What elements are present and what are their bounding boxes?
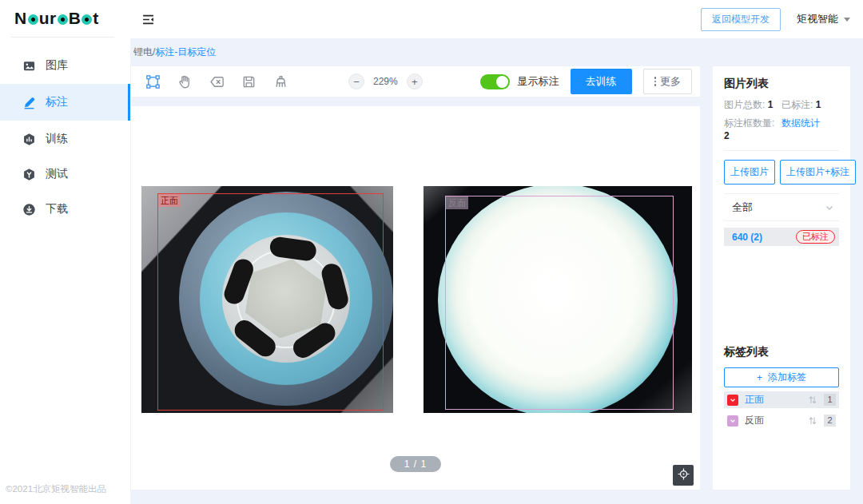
gear-icon [28,14,38,25]
sidebar-item-label: 测试 [46,167,68,181]
label-list-title: 标签列表 [724,345,839,359]
label-count: 2 [824,415,836,427]
zoom-level: 229% [373,76,398,87]
breadcrumb-project: 锂电 [133,46,153,58]
bounding-box-tool-icon[interactable] [145,73,161,90]
main-area: 返回模型开发 矩视智能 锂电/标注-目标定位 [130,0,863,504]
zoom-controls: − 229% + [348,73,423,89]
more-button-label: 更多 [660,74,681,89]
stat-total: 图片总数: 1 [724,98,781,112]
sort-arrows-icon[interactable] [808,415,817,426]
content: 锂电/标注-目标定位 [130,38,863,504]
stat-boxes: 标注框数量: 2 [724,117,781,141]
sidebar-item-label: 图库 [46,58,68,73]
save-icon[interactable] [241,73,257,90]
upload-images-button[interactable]: 上传图片 [724,160,775,185]
annotation-label-front: 正面 [158,194,181,207]
chevron-down-icon [844,18,850,22]
image-battery-front: 正面 [141,186,393,413]
zoom-out-button[interactable]: − [348,73,364,89]
logo-wrap: NurBt [11,0,114,38]
download-icon [22,203,36,216]
label-item-back[interactable]: 反面 2 [724,412,839,429]
stat-labeled: 已标注: 1 [781,98,839,112]
logo-text-b: B [69,9,82,28]
zoom-in-button[interactable]: + [407,73,423,89]
delete-annotation-icon[interactable] [209,73,225,90]
sidebar-item-gallery[interactable]: 图库 [0,49,130,82]
more-dots-icon [654,77,657,86]
upload-images-with-annotations-button[interactable]: 上传图片+标注 [780,160,856,185]
sidebar: NurBt 图库 标注 训练 [0,0,130,504]
plus-icon: + [757,372,762,383]
image-list-panel: 图片列表 图片总数: 1 已标注: 1 标注框数量: 2 数据统计 上传图片 上… [713,66,850,490]
logo-text-ur: ur [39,9,57,28]
topbar: 返回模型开发 矩视智能 [130,0,863,38]
image-battery-back: 反面 [424,186,692,413]
sidebar-item-label: 标注 [46,95,68,109]
sidebar-menu: 图库 标注 训练 测试 [0,38,130,228]
sidebar-item-label: 训练 [46,132,68,146]
tool-group [145,73,289,90]
data-statistics-link[interactable]: 数据统计 [781,117,839,141]
breadcrumb: 锂电/标注-目标定位 [130,38,863,65]
annotation-box-front[interactable]: 正面 [157,193,384,411]
label-name: 正面 [745,393,801,407]
topbar-right: 返回模型开发 矩视智能 [701,8,850,31]
sidebar-item-label: 下载 [46,202,68,216]
show-annotations-toggle[interactable] [480,74,510,89]
pencil-icon [22,96,36,109]
pan-hand-tool-icon[interactable] [177,73,193,90]
menu-fold-icon[interactable] [137,10,160,30]
more-button[interactable]: 更多 [643,69,693,94]
divider [724,150,839,151]
label-item-front[interactable]: 正面 1 [724,391,839,408]
gear-icon [82,14,92,25]
label-name: 反面 [745,414,801,427]
main-row: − 229% + 显示标注 去训练 更多 [130,65,863,504]
page-indicator: 1 / 1 [390,456,441,472]
app-logo: NurBt [11,9,99,28]
breadcrumb-page-link[interactable]: 标注-目标定位 [155,46,216,58]
image-list-title: 图片列表 [724,77,839,91]
upload-buttons: 上传图片 上传图片+标注 [724,160,839,185]
account-menu[interactable]: 矩视智能 [797,12,850,26]
label-count: 1 [824,394,836,406]
add-label-button-text: 添加标签 [768,371,806,384]
gear-icon [58,14,68,25]
show-annotations-label: 显示标注 [518,74,559,89]
annotation-canvas[interactable]: 正面 反面 1 / 1 [131,106,700,490]
image-stats: 图片总数: 1 已标注: 1 标注框数量: 2 数据统计 [724,98,839,141]
go-train-button[interactable]: 去训练 [571,69,632,94]
clear-brush-icon[interactable] [272,73,289,90]
image-name: 640 (2) [732,232,762,243]
copyright-text: ©2021北京矩视智能出品 [0,477,130,504]
account-name: 矩视智能 [797,12,838,26]
labeled-status-badge: 已标注 [796,230,835,244]
filter-selected-value: 全部 [732,200,753,215]
logo-text-n: N [14,9,27,28]
hexagon-test-icon [22,168,36,181]
chevron-down-icon [825,203,834,212]
sidebar-item-annotate[interactable]: 标注 [0,84,130,121]
app-window: NurBt 图库 标注 训练 [0,0,863,504]
image-filter-select[interactable]: 全部 [724,193,839,221]
hexagon-chart-icon [22,133,36,146]
add-label-button[interactable]: + 添加标签 [724,367,839,387]
toolbar-right: 显示标注 去训练 更多 [480,69,693,94]
crosshair-icon [677,467,690,484]
picture-icon [22,59,36,73]
fit-view-button[interactable] [673,465,694,486]
sidebar-item-download[interactable]: 下载 [0,192,130,226]
annotation-label-back: 反面 [446,196,468,209]
label-color-swatch-back[interactable] [727,415,738,427]
logo-text-t: t [93,9,99,28]
label-color-swatch-front[interactable] [727,395,738,406]
annotation-box-back[interactable]: 反面 [445,196,674,410]
sidebar-item-train[interactable]: 训练 [0,122,130,156]
sidebar-item-test[interactable]: 测试 [0,157,130,191]
annotation-toolbar: − 229% + 显示标注 去训练 更多 [131,66,700,97]
back-to-model-dev-button[interactable]: 返回模型开发 [701,8,781,31]
image-list-item[interactable]: 640 (2) 已标注 [724,228,839,246]
sort-arrows-icon[interactable] [808,395,817,405]
